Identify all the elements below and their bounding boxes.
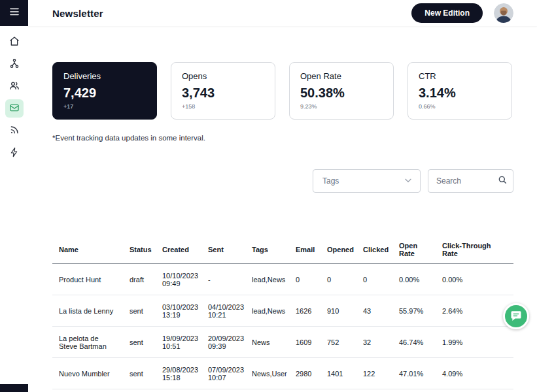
cell-clicked: 43 [356, 295, 392, 327]
stat-label: CTR [419, 71, 501, 81]
cell-open-rate: 55.97% [392, 295, 436, 327]
col-sent: Sent [201, 238, 245, 264]
col-status: Status [123, 238, 156, 264]
stat-delta: +158 [182, 103, 264, 110]
topbar-right: New Edition [411, 3, 513, 23]
stat-card-ctr[interactable]: CTR 3.14% 0.66% [407, 62, 512, 120]
cell-clicked: 122 [356, 358, 392, 389]
menu-button[interactable] [0, 0, 28, 26]
cell-email: 0 [289, 264, 320, 295]
cell-clicked: 0 [356, 264, 392, 295]
stat-value: 50.38% [300, 86, 383, 101]
cell-created: 10/10/2023 09:49 [156, 264, 201, 295]
cell-tags: lead,News [245, 264, 289, 295]
cell-status: sent [123, 358, 156, 389]
cell-tags: News,User [245, 358, 289, 389]
tags-select-label: Tags [322, 176, 339, 186]
cell-email: 1626 [289, 295, 320, 327]
col-open-rate: Open Rate [392, 238, 436, 264]
tags-select[interactable]: Tags [313, 169, 421, 193]
cell-status: draft [123, 264, 156, 295]
col-name: Name [52, 238, 123, 264]
stat-cards: Deliveries 7,429 +17 Opens 3,743 +158 Op… [52, 62, 513, 120]
cell-ctr: 0.00% [436, 264, 513, 295]
cell-open-rate: 47.01% [392, 358, 436, 389]
table-row[interactable]: La pelota de Steve Bartman sent 19/09/20… [52, 327, 513, 358]
email-icon [9, 103, 20, 115]
cell-open-rate: 46.74% [392, 327, 436, 358]
cell-sent: 20/09/2023 09:39 [201, 327, 245, 358]
col-opened: Opened [320, 238, 356, 264]
cell-opened: 752 [320, 327, 356, 358]
cell-opened: 1401 [320, 358, 356, 389]
cell-status: sent [123, 295, 156, 327]
filters-row: Tags [52, 169, 513, 193]
cell-created: 29/08/2023 15:18 [156, 358, 201, 389]
cell-sent: - [201, 264, 245, 295]
stat-value: 7,429 [63, 86, 146, 101]
sidebar-nav [5, 26, 24, 166]
cell-sent: 07/09/2023 10:07 [201, 358, 245, 389]
avatar-image [494, 3, 513, 23]
sidebar-item-lightning[interactable] [5, 144, 24, 162]
lightning-icon [9, 147, 20, 159]
cell-ctr: 4.09% [436, 358, 513, 389]
col-tags: Tags [245, 238, 289, 264]
top-bar: Newsletter New Edition [28, 0, 537, 26]
search-box [428, 169, 513, 193]
stat-card-open-rate[interactable]: Open Rate 50.38% 9.23% [289, 62, 394, 120]
cell-created: 03/10/2023 13:19 [156, 295, 201, 327]
content: Deliveries 7,429 +17 Opens 3,743 +158 Op… [28, 26, 537, 392]
cell-opened: 0 [320, 264, 356, 295]
user-avatar[interactable] [494, 3, 513, 23]
stat-label: Opens [182, 71, 264, 81]
search-input[interactable] [436, 176, 497, 186]
cell-ctr: 2.64% [436, 295, 513, 327]
sidebar-item-rss[interactable] [5, 122, 24, 140]
col-created: Created [156, 238, 201, 264]
sidebar-item-email[interactable] [5, 99, 24, 118]
sidebar-item-home[interactable] [5, 33, 24, 51]
table-row[interactable]: La lista de Lenny sent 03/10/2023 13:19 … [52, 295, 513, 327]
cell-name: La lista de Lenny [52, 295, 123, 327]
newsletter-table: Name Status Created Sent Tags Email Open… [52, 238, 513, 389]
rss-icon [9, 125, 20, 137]
cell-sent: 04/10/2023 10:21 [201, 295, 245, 327]
table-header-row: Name Status Created Sent Tags Email Open… [52, 238, 513, 264]
stat-label: Deliveries [63, 71, 146, 81]
search-icon[interactable] [497, 174, 508, 188]
col-email: Email [289, 238, 320, 264]
tracking-note: *Event tracking data updates in some int… [52, 134, 513, 142]
cell-tags: News [245, 327, 289, 358]
stat-delta: 9.23% [300, 103, 383, 110]
page-title: Newsletter [52, 8, 103, 19]
sidebar-item-users[interactable] [5, 77, 24, 95]
sidebar-footer [0, 384, 28, 392]
stat-delta: +17 [63, 103, 146, 110]
stat-card-deliveries[interactable]: Deliveries 7,429 +17 [52, 62, 157, 120]
table-row[interactable]: Nuevo Mumbler sent 29/08/2023 15:18 07/0… [52, 358, 513, 389]
cell-created: 19/09/2023 10:51 [156, 327, 201, 358]
sidebar [0, 0, 28, 392]
cell-name: Product Hunt [52, 264, 123, 295]
cell-ctr: 1.99% [436, 327, 513, 358]
home-icon [9, 36, 20, 48]
main-area: Newsletter New Edition Deliveries [28, 0, 537, 392]
stat-value: 3,743 [182, 86, 264, 101]
cell-status: sent [123, 327, 156, 358]
new-edition-button[interactable]: New Edition [411, 3, 483, 23]
chevron-down-icon [403, 175, 413, 188]
stat-delta: 0.66% [419, 103, 501, 110]
cell-opened: 910 [320, 295, 356, 327]
sidebar-item-hierarchy[interactable] [5, 55, 24, 73]
hierarchy-icon [9, 58, 20, 71]
table-row[interactable]: Product Hunt draft 10/10/2023 09:49 - le… [52, 264, 513, 295]
cell-email: 1609 [289, 327, 320, 358]
app-root: Newsletter New Edition Deliveries [0, 0, 537, 392]
chat-fab-button[interactable] [503, 303, 529, 329]
cell-name: Nuevo Mumbler [52, 358, 123, 389]
cell-email: 2980 [289, 358, 320, 389]
stat-card-opens[interactable]: Opens 3,743 +158 [171, 62, 275, 120]
cell-tags: lead,News [245, 295, 289, 327]
users-icon [9, 80, 20, 93]
